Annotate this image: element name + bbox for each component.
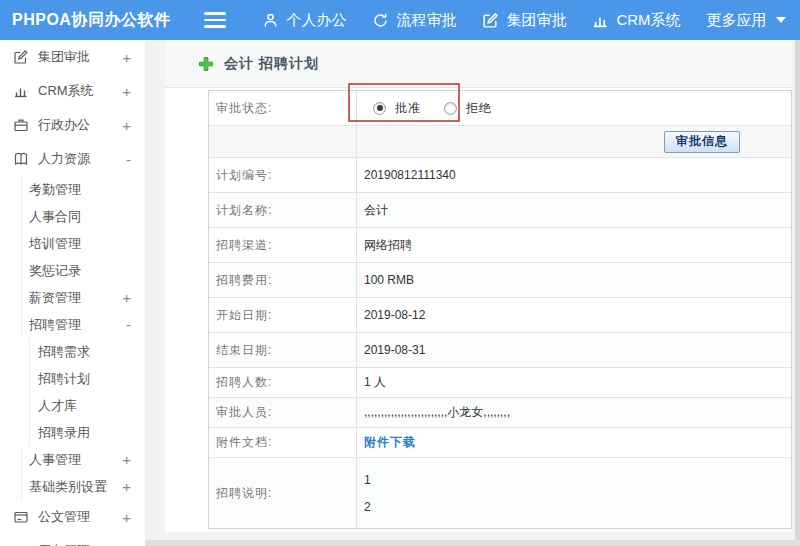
sidebar-item-label: 薪资管理 [29,289,122,307]
sidebar-item-label: 集团审批 [38,48,122,66]
field-label: 开始日期: [209,298,357,332]
sidebar-item-label: 用车管理 [38,542,122,546]
sidebar-item-label: 人力资源 [38,150,126,168]
book-icon [13,151,30,168]
nav-item-label: 更多应用 [707,11,767,30]
page-title: 会计 招聘计划 [224,55,319,73]
detail-table-body: 计划编号:20190812111340计划名称:会计招聘渠道:网络招聘招聘费用:… [209,158,791,528]
sidebar-item-人事管理[interactable]: 人事管理+ [21,446,145,473]
top-navigation: 个人办公 流程审批 集团审批 [262,11,785,30]
field-label: 招聘说明: [209,458,357,528]
sidebar: 集团审批+CRM系统+行政办公+人力资源-考勤管理人事合同培训管理奖惩记录薪资管… [0,40,145,546]
sidebar-item-人才库[interactable]: 人才库 [29,392,145,419]
expand-icon[interactable]: + [122,543,145,546]
field-value: 12 [357,458,791,528]
sidebar-item-label: 招聘录用 [38,424,145,442]
sidebar-item-行政办公[interactable]: 行政办公+ [0,108,145,142]
nav-group-approval[interactable]: 集团审批 [482,11,566,30]
expand-icon[interactable]: + [122,49,145,66]
main-content: 会计 招聘计划 审批状态: 批准 拒绝 审批信息 [145,40,800,546]
nav-more-apps[interactable]: 更多应用 [707,11,786,30]
nav-personal-office[interactable]: 个人办公 [262,11,346,30]
bar-chart-icon [592,12,609,29]
expand-icon[interactable]: + [122,478,145,495]
content-panel: 会计 招聘计划 审批状态: 批准 拒绝 审批信息 [165,40,792,532]
sidebar-item-人力资源[interactable]: 人力资源- [0,142,145,176]
field-value: 1 人 [357,368,791,397]
expand-icon[interactable]: + [122,289,145,306]
table-row: 招聘渠道:网络招聘 [209,228,791,263]
sidebar-item-label: 培训管理 [29,235,145,253]
field-value: ,,,,,,,,,,,,,,,,,,,,,,,,,小龙女,,,,,,,, [357,398,791,427]
table-row: 计划名称:会计 [209,193,791,228]
sidebar-menu: 集团审批+CRM系统+行政办公+人力资源-考勤管理人事合同培训管理奖惩记录薪资管… [0,40,145,546]
sidebar-item-招聘管理[interactable]: 招聘管理- [21,311,145,338]
sidebar-item-招聘需求[interactable]: 招聘需求 [29,338,145,365]
radio-approve-label[interactable]: 批准 [395,100,421,117]
cycle-icon [372,12,389,29]
sidebar-item-label: 招聘管理 [29,316,126,334]
horizontal-scrollbar[interactable] [145,540,800,546]
sidebar-item-CRM系统[interactable]: CRM系统+ [0,74,145,108]
table-row: 招聘费用:100 RMB [209,263,791,298]
sidebar-item-公文管理[interactable]: 公文管理+ [0,500,145,534]
field-value: 会计 [357,193,791,227]
sidebar-item-招聘计划[interactable]: 招聘计划 [29,365,145,392]
table-row: 计划编号:20190812111340 [209,158,791,193]
nav-item-label: CRM系统 [616,11,680,30]
table-row: 招聘人数:1 人 [209,368,791,398]
field-value: 20190812111340 [357,158,791,192]
expand-icon[interactable]: + [122,83,145,100]
detail-table: 审批状态: 批准 拒绝 审批信息 计划编号:2019081211 [208,90,792,529]
caret-down-icon [776,17,786,23]
sidebar-item-人事合同[interactable]: 人事合同 [21,203,145,230]
field-value: 2019-08-31 [357,333,791,367]
sidebar-item-label: 公文管理 [38,508,122,526]
sidebar-item-招聘录用[interactable]: 招聘录用 [29,419,145,446]
nav-item-label: 流程审批 [396,11,456,30]
vertical-scrollbar[interactable] [795,40,800,546]
approval-info-button[interactable]: 审批信息 [664,131,740,153]
table-row: 开始日期:2019-08-12 [209,298,791,333]
sidebar-item-集团审批[interactable]: 集团审批+ [0,40,145,74]
hamburger-menu-icon[interactable] [204,12,226,28]
field-label: 招聘渠道: [209,228,357,262]
field-value: 审批信息 [357,126,791,157]
collapse-icon[interactable]: - [126,151,145,168]
bar-chart-icon [13,83,30,100]
field-label-empty [209,126,357,157]
sidebar-item-label: CRM系统 [38,82,122,100]
sidebar-item-薪资管理[interactable]: 薪资管理+ [21,284,145,311]
nav-item-label: 个人办公 [286,11,346,30]
edit-square-icon [482,12,499,29]
document-icon [13,509,30,526]
table-row: 附件文档:附件下载 [209,428,791,458]
sidebar-item-label: 奖惩记录 [29,262,145,280]
panel-header: 会计 招聘计划 [165,40,792,88]
radio-reject-label[interactable]: 拒绝 [466,100,492,117]
sidebar-item-奖惩记录[interactable]: 奖惩记录 [21,257,145,284]
expand-icon[interactable]: + [122,451,145,468]
expand-icon[interactable]: + [122,509,145,526]
multiline-value: 12 [364,473,371,514]
collapse-icon[interactable]: - [126,316,145,333]
field-label: 附件文档: [209,428,357,457]
nav-crm-system[interactable]: CRM系统 [592,11,680,30]
person-icon [262,12,279,29]
sidebar-item-考勤管理[interactable]: 考勤管理 [21,176,145,203]
sidebar-item-label: 招聘需求 [38,343,145,361]
attachment-download-link[interactable]: 附件下载 [364,434,416,451]
radio-reject[interactable] [444,102,457,115]
radio-approve[interactable] [373,102,386,115]
sidebar-item-用车管理[interactable]: 用车管理+ [0,534,145,546]
nav-workflow-approval[interactable]: 流程审批 [372,11,456,30]
sidebar-item-基础类别设置[interactable]: 基础类别设置+ [21,473,145,500]
approval-status-row: 审批状态: 批准 拒绝 [209,91,791,126]
expand-icon[interactable]: + [122,117,145,134]
sidebar-item-label: 招聘计划 [38,370,145,388]
sidebar-item-label: 人才库 [38,397,145,415]
sidebar-item-培训管理[interactable]: 培训管理 [21,230,145,257]
field-label: 招聘人数: [209,368,357,397]
edit-square-icon [13,49,30,66]
sidebar-item-label: 人事管理 [29,451,122,469]
